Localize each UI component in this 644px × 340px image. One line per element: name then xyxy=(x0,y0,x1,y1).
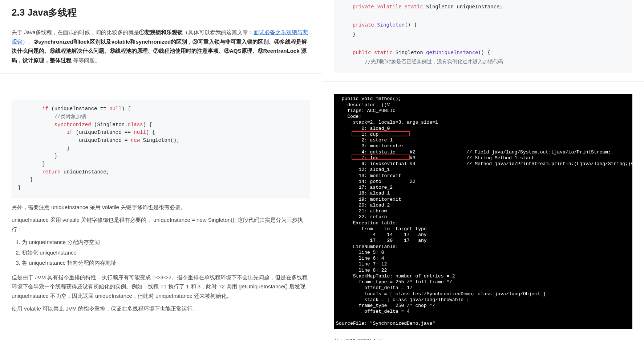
section-divider xyxy=(322,81,644,81)
singleton-class-code: private volatile static Singleton unique… xyxy=(334,0,632,73)
list-item: 初始化 uniqueInstance xyxy=(22,248,310,257)
section-heading: 2.3 Java多线程 xyxy=(12,4,310,20)
bytecode-followup: 从上面我们可以看出： xyxy=(334,337,632,340)
intro-paragraph: 关于 Java多线程，在面试的时候，问的比较多的就是①悲观锁和乐观锁（具体可以看… xyxy=(12,28,310,65)
right-column: private volatile static Singleton unique… xyxy=(322,0,644,340)
list-item: 将 uniqueInstance 指向分配的内存地址 xyxy=(22,258,310,268)
bytecode-output: public void method(); descriptor: ()V fl… xyxy=(334,94,632,329)
paragraph-reorder: 但是由于 JVM 具有指令重排的特性，执行顺序有可能变成 1->3->2。指令重… xyxy=(12,273,310,301)
section-divider xyxy=(0,73,322,73)
instruction-steps-list: 为 uniqueInstance 分配内存空间 初始化 uniqueInstan… xyxy=(22,237,310,268)
singleton-code-block: if (uniqueInstance == null) { //类对象加锁 sy… xyxy=(12,100,310,197)
paragraph-volatile-conclusion: 使用 volatile 可以禁止 JVM 的指令重排，保证在多线程环境下也能正常… xyxy=(12,304,310,313)
list-item: 为 uniqueInstance 分配内存空间 xyxy=(22,237,310,247)
left-section-2: if (uniqueInstance == null) { //类对象加锁 sy… xyxy=(12,100,310,313)
left-column: 2.3 Java多线程 关于 Java多线程，在面试的时候，问的比较多的就是①悲… xyxy=(0,0,322,340)
paragraph-volatile-steps-intro: uniqueInstance 采用 volatile 关键字修饰也是很有必要的，… xyxy=(12,215,310,234)
paragraph-volatile-note: 另外，需要注意 uniqueInstance 采用 volatile 关键字修饰… xyxy=(12,203,310,212)
